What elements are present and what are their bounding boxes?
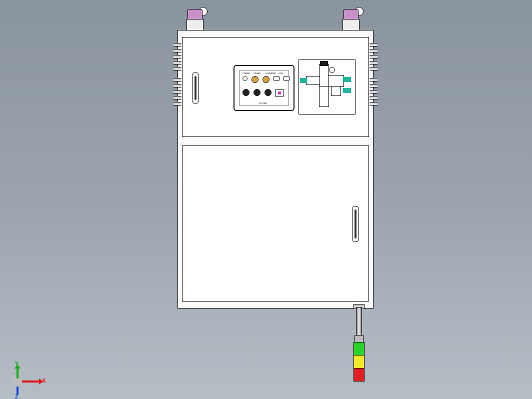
sensor-head — [344, 9, 358, 20]
sensor-body — [342, 19, 360, 31]
regulator-knob — [320, 61, 328, 66]
port-label: POWER — [242, 72, 250, 74]
port-usb — [284, 76, 290, 81]
port-label: ETHERNET — [266, 72, 276, 74]
axis-triad[interactable]: X Y Z — [13, 372, 48, 392]
sensor-body — [186, 19, 204, 31]
port-label: USB — [278, 72, 282, 74]
sensor-head — [188, 9, 202, 20]
vent-right-upper — [370, 43, 378, 73]
port-connector — [242, 89, 250, 96]
valve-block-left — [306, 76, 320, 85]
regulator-body — [319, 64, 329, 87]
port-bnc — [262, 76, 270, 83]
machine-enclosure: POWER SIGNAL ETHERNET USB — [178, 30, 374, 308]
vent-right-lower — [370, 78, 378, 108]
fitting-right-upper — [343, 77, 351, 82]
axis-z-label: Z — [15, 394, 18, 399]
sensor-right — [342, 9, 360, 30]
panel-label: SYSTEM — [258, 102, 266, 104]
valve-sub — [331, 86, 341, 96]
lower-door — [182, 146, 369, 302]
control-io-panel: POWER SIGNAL ETHERNET USB — [234, 65, 294, 111]
tower-lamp-yellow — [354, 355, 364, 368]
upper-door: POWER SIGNAL ETHERNET USB — [182, 37, 369, 137]
fitting-right-lower — [343, 88, 351, 93]
tower-pole — [356, 307, 362, 338]
vent-left-upper — [174, 43, 182, 73]
vent-left-lower — [174, 78, 182, 108]
port-label: SIGNAL — [254, 72, 261, 74]
axis-x-label: X — [42, 378, 46, 384]
port-usb — [274, 76, 280, 81]
upper-door-handle — [192, 72, 198, 104]
sensor-left — [186, 9, 204, 30]
triad-origin — [13, 378, 22, 386]
port-row-1 — [242, 76, 290, 83]
cad-viewport[interactable]: POWER SIGNAL ETHERNET USB — [0, 0, 532, 399]
pneumatic-panel — [298, 60, 356, 114]
tower-lamp-green — [354, 342, 364, 356]
tower-lamp-red — [354, 368, 364, 382]
axis-y — [16, 368, 18, 378]
port-module — [276, 89, 284, 97]
port-connector — [254, 89, 260, 96]
lower-door-handle — [352, 206, 358, 242]
port-bnc — [252, 76, 258, 83]
fitting-left — [300, 78, 307, 83]
axis-x — [22, 380, 40, 382]
control-io-inner: POWER SIGNAL ETHERNET USB — [239, 70, 289, 106]
axis-y-label: Y — [15, 360, 18, 366]
port-indicator — [242, 76, 248, 81]
port-row-2 — [242, 89, 284, 97]
port-connector — [264, 89, 272, 96]
valve-block-right — [328, 75, 344, 87]
filter-bowl — [319, 86, 329, 107]
gauge — [329, 67, 335, 73]
